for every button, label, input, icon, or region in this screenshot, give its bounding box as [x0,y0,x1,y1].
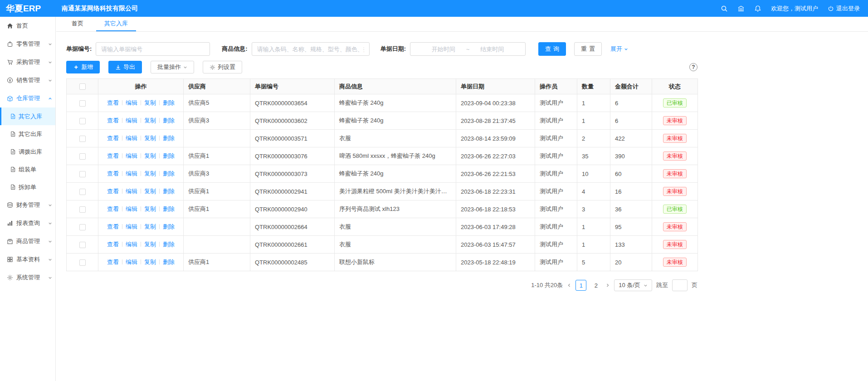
copy-link[interactable]: 复制 [144,241,156,248]
copy-link[interactable]: 复制 [144,152,156,159]
export-button[interactable]: 导出 [108,61,142,73]
row-checkbox[interactable] [79,171,86,177]
next-page-icon[interactable] [605,283,610,288]
sidebar-item-retail[interactable]: 零售管理 [0,35,55,53]
view-link[interactable]: 查看 [107,188,119,195]
chevron-down-icon [48,239,52,244]
sidebar-item-product[interactable]: 商品管理 [0,232,55,250]
row-checkbox[interactable] [79,224,86,230]
sidebar-item-system[interactable]: 系统管理 [0,269,55,287]
edit-link[interactable]: 编辑 [126,188,137,195]
view-link[interactable]: 查看 [107,259,119,265]
row-checkbox[interactable] [79,118,86,124]
tab-home[interactable]: 首页 [70,17,85,31]
edit-link[interactable]: 编辑 [126,99,137,106]
edit-link[interactable]: 编辑 [126,135,137,142]
view-link[interactable]: 查看 [107,170,119,177]
delete-link[interactable]: 删除 [163,241,175,248]
app-logo[interactable]: 华夏ERP [0,3,56,15]
edit-link[interactable]: 编辑 [126,241,137,248]
row-checkbox[interactable] [79,153,86,160]
reset-button[interactable]: 重置 [574,42,602,56]
action-divider [141,224,141,229]
view-link[interactable]: 查看 [107,152,119,159]
bank-icon[interactable] [737,5,745,12]
sales-icon [7,77,13,83]
delete-link[interactable]: 删除 [163,223,175,230]
cell-actions: 查看编辑复制删除 [98,200,184,218]
copy-link[interactable]: 复制 [144,205,156,212]
sidebar-subitem-other-outbound[interactable]: 其它出库 [0,125,55,143]
expand-toggle[interactable]: 展开 [610,45,628,53]
end-date-input[interactable] [472,46,512,53]
row-checkbox[interactable] [79,259,86,266]
view-link[interactable]: 查看 [107,241,119,248]
copy-link[interactable]: 复制 [144,117,156,124]
copy-link[interactable]: 复制 [144,135,156,142]
doc-icon [10,166,16,172]
search-button[interactable]: 查询 [538,42,566,56]
sidebar-item-report[interactable]: 报表查询 [0,214,55,232]
delete-link[interactable]: 删除 [163,117,175,124]
edit-link[interactable]: 编辑 [126,223,137,230]
logout-button[interactable]: 退出登录 [828,5,860,13]
edit-link[interactable]: 编辑 [126,259,137,265]
bill-no-input[interactable] [96,42,210,56]
delete-link[interactable]: 删除 [163,205,175,212]
batch-actions-button[interactable]: 批量操作 [151,61,194,73]
edit-link[interactable]: 编辑 [126,205,137,212]
edit-link[interactable]: 编辑 [126,117,137,124]
sidebar-subitem-other-inbound[interactable]: 其它入库 [0,107,55,125]
product-info-input[interactable] [252,42,370,56]
sidebar-item-basic[interactable]: 基本资料 [0,250,55,269]
sidebar-subitem-disassembly-order[interactable]: 拆卸单 [0,178,55,196]
page-size-select[interactable]: 10 条/页 [614,279,652,291]
sidebar-item-finance[interactable]: 财务管理 [0,196,55,214]
view-link[interactable]: 查看 [107,99,119,106]
row-checkbox[interactable] [79,100,86,107]
edit-link[interactable]: 编辑 [126,152,137,159]
copy-link[interactable]: 复制 [144,170,156,177]
copy-link[interactable]: 复制 [144,223,156,230]
search-icon[interactable] [721,5,728,12]
help-icon[interactable]: ? [689,63,697,71]
add-button[interactable]: + 新增 [66,61,100,73]
copy-link[interactable]: 复制 [144,99,156,106]
chevron-down-icon [183,65,187,69]
row-checkbox[interactable] [79,242,86,248]
table-row: 查看编辑复制删除QTRK00000003571衣服2023-08-14 23:5… [67,130,698,147]
start-date-input[interactable] [424,46,463,53]
sidebar-item-sales[interactable]: 销售管理 [0,71,55,89]
copy-link[interactable]: 复制 [144,259,156,265]
row-checkbox[interactable] [79,206,86,213]
select-all-checkbox[interactable] [79,83,86,90]
notification-bell-icon[interactable] [754,5,761,12]
delete-link[interactable]: 删除 [163,170,175,177]
jump-to-page-input[interactable] [672,279,688,291]
sidebar-item-home[interactable]: 首页 [0,17,55,35]
tab-other-inbound[interactable]: 其它入库 [96,17,136,31]
sidebar-subitem-transfer-outbound[interactable]: 调拨出库 [0,143,55,161]
delete-link[interactable]: 删除 [163,188,175,195]
row-checkbox[interactable] [79,136,86,142]
cell-supplier: 供应商1 [184,183,250,200]
delete-link[interactable]: 删除 [163,152,175,159]
delete-link[interactable]: 删除 [163,135,175,142]
column-settings-button[interactable]: 列设置 [203,61,242,73]
sidebar-item-warehouse[interactable]: 仓库管理 [0,89,55,107]
page-number-1[interactable]: 1 [575,280,586,291]
copy-link[interactable]: 复制 [144,188,156,195]
row-checkbox[interactable] [79,189,86,195]
prev-page-icon[interactable] [567,283,571,288]
date-range-picker[interactable]: ~ [410,42,526,56]
sidebar-item-purchase[interactable]: 采购管理 [0,53,55,71]
view-link[interactable]: 查看 [107,223,119,230]
sidebar-subitem-assembly-order[interactable]: 组装单 [0,161,55,178]
view-link[interactable]: 查看 [107,117,119,124]
delete-link[interactable]: 删除 [163,259,175,265]
view-link[interactable]: 查看 [107,135,119,142]
page-number-2[interactable]: 2 [590,280,601,291]
edit-link[interactable]: 编辑 [126,170,137,177]
delete-link[interactable]: 删除 [163,99,175,106]
view-link[interactable]: 查看 [107,205,119,212]
